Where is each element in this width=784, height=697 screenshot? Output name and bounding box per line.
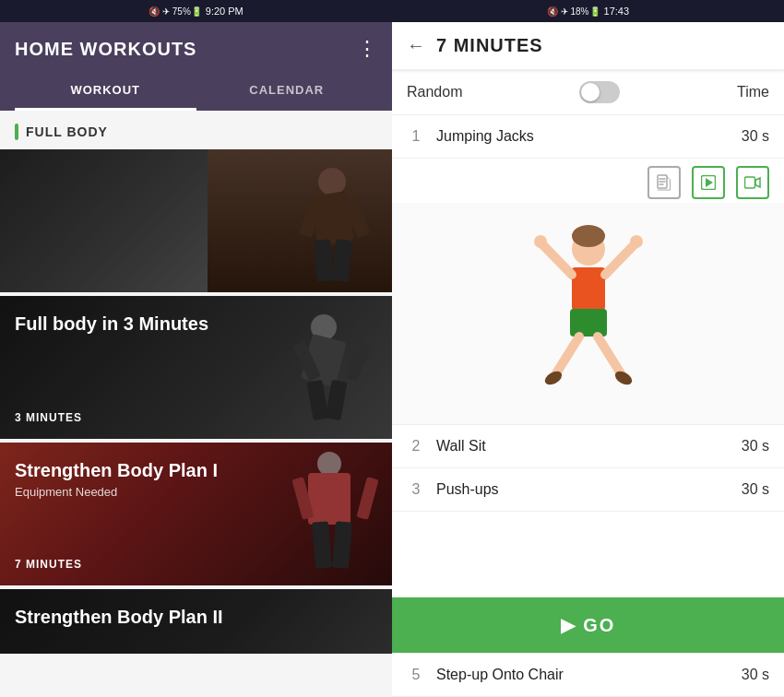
workout-duration-2: 3 MINUTES (15, 408, 377, 428)
exercise-num-1: 1 (407, 128, 425, 145)
card-content-3: Strengthen Body Plan I Equipment Needed … (0, 443, 392, 585)
workout-card-4[interactable]: Strengthen Body Plan II (0, 589, 392, 654)
toggle-knob (581, 83, 600, 101)
exercise-list: 1 Jumping Jacks 30 s (392, 115, 784, 597)
exercise-row-1[interactable]: 1 Jumping Jacks 30 s (392, 115, 784, 159)
workout-sub-3: Equipment Needed (15, 485, 377, 499)
workout-card-3[interactable]: Strengthen Body Plan I Equipment Needed … (0, 443, 392, 585)
exercise-name-3: Push-ups (436, 481, 731, 498)
exercise-name-2: Wall Sit (436, 438, 731, 455)
svg-point-5 (572, 225, 605, 247)
card-overlay-1 (0, 149, 392, 292)
back-button[interactable]: ← (407, 35, 425, 56)
exercise-detail-1 (392, 159, 784, 425)
video-icon-btn[interactable] (736, 166, 769, 199)
exercise-name-5: Step-up Onto Chair (436, 667, 731, 683)
jumping-jacks-figure (529, 221, 648, 406)
section-title: FULL BODY (26, 124, 108, 139)
left-status-bar: 🔇 ✈ 75%🔋 9:20 PM (0, 0, 392, 22)
svg-rect-10 (570, 309, 607, 337)
exercise-time-2: 30 s (742, 438, 769, 455)
exercise-name-1: Jumping Jacks (436, 128, 731, 145)
random-row: Random Time (392, 70, 784, 115)
svg-point-15 (534, 235, 547, 248)
tab-calendar[interactable]: CALENDAR (196, 72, 378, 111)
random-label: Random (407, 84, 462, 100)
svg-line-9 (605, 244, 635, 275)
left-panel: HOME WORKOUTS ⋮ WORKOUT CALENDAR FULL BO… (0, 22, 392, 697)
go-label: ▶ GO (561, 614, 616, 636)
svg-marker-2 (706, 178, 713, 187)
workout-name-2: Full body in 3 Minutes (15, 313, 377, 335)
svg-line-8 (542, 244, 572, 275)
workout-name-3: Strengthen Body Plan I (15, 459, 377, 481)
exercise-time-5: 30 s (742, 667, 769, 683)
time-label: Time (737, 84, 769, 100)
exercise-row-5[interactable]: 5 Step-up Onto Chair 30 s (392, 653, 784, 697)
svg-rect-3 (745, 177, 755, 188)
right-status-bar: 🔇 ✈ 18%🔋 17:43 (392, 0, 784, 22)
random-toggle[interactable] (579, 81, 620, 103)
section-accent (15, 124, 18, 140)
exercise-row-3[interactable]: 3 Push-ups 30 s (392, 468, 784, 512)
go-button[interactable]: ▶ GO (392, 597, 784, 653)
workout-card-1[interactable]: Classic 7 Minutes Workout Equipment Need… (0, 149, 392, 292)
workout-name-4: Strengthen Body Plan II (15, 606, 377, 628)
right-status-time: 17:43 (604, 6, 630, 17)
right-header: ← 7 MINUTES (392, 22, 784, 70)
card-content-4: Strengthen Body Plan II (0, 589, 392, 654)
exercise-num-2: 2 (407, 438, 425, 455)
left-header: HOME WORKOUTS ⋮ WORKOUT CALENDAR (0, 22, 392, 111)
left-body: FULL BODY (0, 111, 392, 697)
exercise-illustration (392, 203, 784, 424)
play-icon-btn[interactable] (692, 166, 725, 199)
svg-line-11 (556, 337, 579, 373)
icon-row (392, 159, 784, 203)
menu-button[interactable]: ⋮ (357, 37, 377, 61)
play-icon (701, 175, 716, 190)
exercise-num-5: 5 (407, 667, 425, 683)
right-title: 7 MINUTES (436, 35, 543, 56)
right-status-icons: 🔇 ✈ 18%🔋 (547, 6, 600, 17)
svg-point-16 (630, 235, 643, 248)
app-title: HOME WORKOUTS (15, 39, 196, 60)
exercise-time-1: 30 s (742, 128, 769, 145)
exercise-row-2[interactable]: 2 Wall Sit 30 s (392, 425, 784, 468)
right-panel: ← 7 MINUTES Random Time 1 Jumping Jacks … (392, 22, 784, 697)
exercise-num-3: 3 (407, 481, 425, 498)
workout-card-2[interactable]: Full body in 3 Minutes 3 MINUTES (0, 296, 392, 439)
tab-workout[interactable]: WORKOUT (15, 72, 196, 111)
doc-icon (657, 174, 671, 191)
card-content-2: Full body in 3 Minutes 3 MINUTES (0, 296, 392, 439)
section-header: FULL BODY (0, 111, 392, 149)
video-icon (744, 176, 761, 189)
tabs-row: WORKOUT CALENDAR (15, 72, 377, 111)
workout-duration-3: 7 MINUTES (15, 554, 377, 574)
doc-icon-btn[interactable] (647, 166, 681, 199)
svg-line-12 (598, 337, 621, 373)
left-status-icons: 🔇 ✈ 75%🔋 (148, 6, 202, 17)
left-status-time: 9:20 PM (206, 6, 244, 17)
exercise-time-3: 30 s (742, 481, 769, 498)
